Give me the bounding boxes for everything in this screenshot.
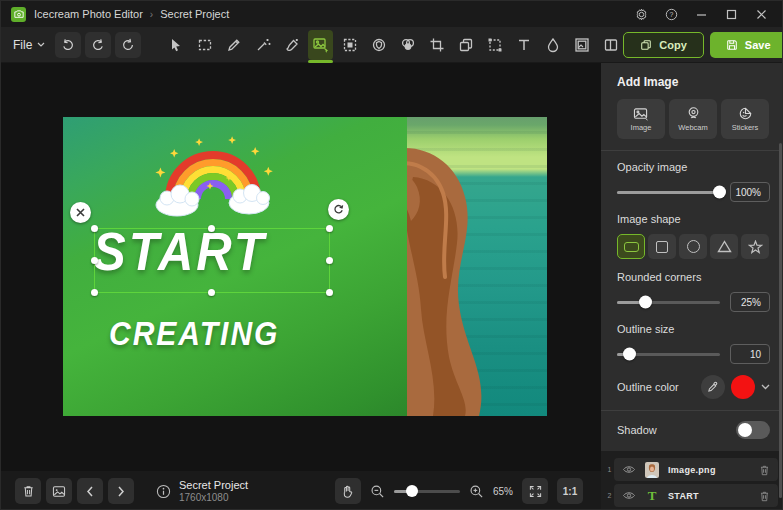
delete-selection-button[interactable] — [70, 202, 91, 223]
outline-size-knob[interactable] — [623, 348, 636, 361]
fit-to-screen-button[interactable] — [522, 478, 548, 504]
eye-visibility-icon[interactable] — [622, 490, 636, 501]
image-icon — [633, 107, 649, 121]
opacity-slider-knob[interactable] — [713, 186, 726, 199]
rotate-selection-button[interactable] — [328, 199, 349, 220]
creating-text-layer[interactable]: CREATING — [109, 315, 279, 352]
shape-star-button[interactable] — [741, 234, 769, 259]
crop-tool[interactable] — [424, 30, 449, 60]
resize-handle-top-right[interactable] — [326, 225, 333, 232]
rainbow-sticker[interactable] — [151, 135, 276, 220]
minimize-button[interactable] — [688, 4, 714, 24]
layer-item-start[interactable]: T START — [614, 484, 778, 507]
source-label: Stickers — [732, 123, 759, 132]
text-tool[interactable] — [511, 30, 536, 60]
sticker-tool[interactable] — [366, 30, 391, 60]
add-image-source-button[interactable]: Image — [617, 99, 665, 139]
magic-wand-tool[interactable] — [250, 30, 275, 60]
duplicate-tool[interactable] — [453, 30, 478, 60]
eye-visibility-icon[interactable] — [622, 464, 636, 475]
layer-delete-trash-icon[interactable] — [759, 490, 770, 502]
resize-handle-bottom-middle[interactable] — [208, 289, 215, 296]
resize-handle-middle-right[interactable] — [326, 257, 333, 264]
canvas-image[interactable]: START CREATING — [63, 117, 547, 416]
rounded-corners-value[interactable]: 25% — [730, 292, 770, 312]
frame-tool[interactable] — [337, 30, 362, 60]
file-menu-button[interactable]: File — [13, 38, 45, 52]
reset-button[interactable] — [115, 32, 141, 58]
chevron-down-icon — [37, 42, 45, 47]
eyedropper-button[interactable] — [701, 375, 725, 399]
canvas-workspace[interactable]: START CREATING — [1, 63, 601, 471]
redo-button[interactable] — [85, 32, 111, 58]
outline-size-slider[interactable] — [617, 353, 720, 356]
opacity-value[interactable]: 100% — [730, 182, 770, 202]
file-menu-label: File — [13, 38, 32, 52]
color-adjust-tool[interactable] — [395, 30, 420, 60]
close-button[interactable] — [748, 4, 774, 24]
outline-color-swatch[interactable] — [731, 375, 755, 399]
transform-tool[interactable] — [482, 30, 507, 60]
layer-number: 2 — [605, 492, 614, 499]
chevron-down-icon[interactable] — [761, 384, 770, 390]
breadcrumb-separator: › — [150, 9, 153, 20]
opacity-slider[interactable] — [617, 191, 720, 194]
project-title: Secret Project — [160, 8, 229, 20]
selection-box[interactable] — [94, 228, 330, 293]
image-frame-tool[interactable] — [569, 30, 594, 60]
square-icon — [656, 241, 668, 253]
previous-button[interactable] — [77, 478, 103, 504]
panel-scrollbar[interactable] — [779, 143, 782, 498]
split-layout-tool[interactable] — [598, 30, 623, 60]
stickers-source-button[interactable]: Stickers — [721, 99, 769, 139]
outline-size-value[interactable]: 10 — [730, 344, 770, 364]
photo-editor-window: Icecream Photo Editor › Secret Project ?… — [0, 0, 783, 510]
shape-triangle-button[interactable] — [710, 234, 738, 259]
shape-square-button[interactable] — [648, 234, 676, 259]
zoom-in-icon[interactable] — [469, 484, 484, 499]
star-icon — [748, 240, 763, 254]
layers-panel: 1 Image.png 2 T START 3 — [601, 451, 783, 510]
next-button[interactable] — [108, 478, 134, 504]
add-image-tool[interactable] — [308, 30, 333, 60]
layer-number: 1 — [605, 466, 614, 473]
project-name: Secret Project — [179, 479, 248, 492]
effects-brush-tool[interactable] — [279, 30, 304, 60]
resize-handle-middle-left[interactable] — [91, 257, 98, 264]
hand-pan-tool[interactable] — [335, 478, 361, 504]
resize-handle-top-middle[interactable] — [208, 225, 215, 232]
zoom-slider[interactable] — [394, 490, 460, 493]
settings-gear-icon[interactable] — [628, 4, 654, 24]
rounded-corners-knob[interactable] — [639, 296, 652, 309]
shape-rounded-rect-button[interactable] — [617, 234, 645, 259]
pencil-tool[interactable] — [221, 30, 246, 60]
delete-project-button[interactable] — [15, 478, 41, 504]
blur-drop-tool[interactable] — [540, 30, 565, 60]
source-label: Image — [631, 123, 652, 132]
help-icon[interactable]: ? — [658, 4, 684, 24]
pointer-tool[interactable] — [163, 30, 188, 60]
info-icon — [156, 484, 171, 499]
webcam-source-button[interactable]: Webcam — [669, 99, 717, 139]
bottom-bar: Secret Project 1760x1080 65% 1:1 — [1, 471, 601, 510]
rounded-corners-slider[interactable] — [617, 301, 720, 304]
layer-item-image-png[interactable]: Image.png — [614, 458, 778, 481]
layer-delete-trash-icon[interactable] — [759, 464, 770, 476]
shadow-toggle[interactable] — [736, 421, 770, 439]
save-button[interactable]: Save — [710, 32, 783, 58]
outline-size-label: Outline size — [617, 323, 770, 335]
actual-size-button[interactable]: 1:1 — [557, 478, 583, 504]
shape-circle-button[interactable] — [679, 234, 707, 259]
zoom-slider-knob[interactable] — [406, 485, 418, 497]
copy-button[interactable]: Copy — [623, 32, 704, 58]
maximize-button[interactable] — [718, 4, 744, 24]
marquee-select-tool[interactable] — [192, 30, 217, 60]
undo-icon — [61, 38, 75, 52]
gallery-button[interactable] — [46, 478, 72, 504]
tool-strip — [163, 30, 623, 60]
resize-handle-bottom-right[interactable] — [326, 289, 333, 296]
zoom-out-icon[interactable] — [370, 484, 385, 499]
resize-handle-top-left[interactable] — [91, 225, 98, 232]
resize-handle-bottom-left[interactable] — [91, 289, 98, 296]
undo-button[interactable] — [55, 32, 81, 58]
